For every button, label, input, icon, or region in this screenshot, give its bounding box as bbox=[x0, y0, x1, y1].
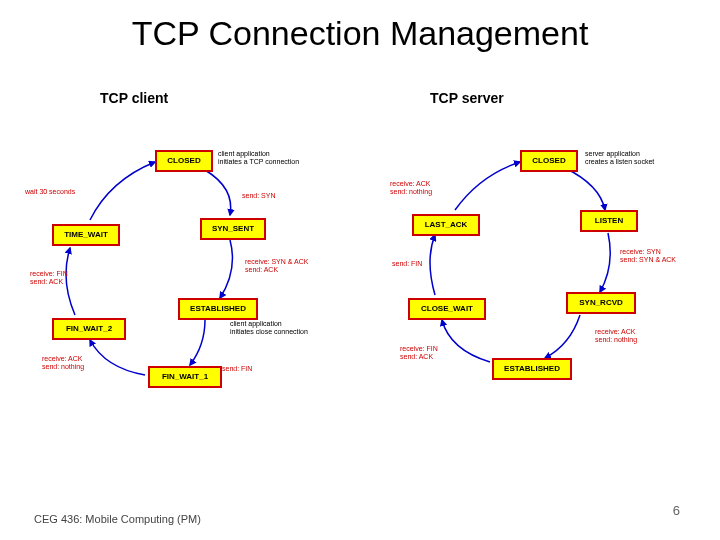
state-client-time-wait: TIME_WAIT bbox=[52, 224, 120, 246]
state-server-close-wait: CLOSE_WAIT bbox=[408, 298, 486, 320]
state-server-closed: CLOSED bbox=[520, 150, 578, 172]
state-client-fin-wait-2: FIN_WAIT_2 bbox=[52, 318, 126, 340]
state-server-established: ESTABLISHED bbox=[492, 358, 572, 380]
label-client-recv-fin: receive: FIN send: ACK bbox=[30, 270, 68, 285]
page-number: 6 bbox=[673, 503, 680, 518]
label-server-recv-ack-close: receive: ACK send: nothing bbox=[390, 180, 432, 195]
label-server-recv-ack-est: receive: ACK send: nothing bbox=[595, 328, 637, 343]
label-client-recv-synack: receive: SYN & ACK send: ACK bbox=[245, 258, 308, 273]
label-client-close: client application initiates close conne… bbox=[230, 320, 340, 335]
state-client-fin-wait-1: FIN_WAIT_1 bbox=[148, 366, 222, 388]
server-heading: TCP server bbox=[430, 90, 504, 106]
label-server-send-fin: send: FIN bbox=[392, 260, 422, 268]
footer-course: CEG 436: Mobile Computing (PM) bbox=[34, 513, 201, 526]
label-server-recv-syn: receive: SYN send: SYN & ACK bbox=[620, 248, 676, 263]
label-server-recv-fin: receive: FIN send: ACK bbox=[400, 345, 438, 360]
server-diagram: CLOSED LISTEN SYN_RCVD ESTABLISHED CLOSE… bbox=[380, 140, 710, 430]
client-diagram: CLOSED SYN_SENT ESTABLISHED FIN_WAIT_1 F… bbox=[30, 140, 350, 430]
label-server-create: server application creates a listen sock… bbox=[585, 150, 695, 165]
label-client-wait30: wait 30 seconds bbox=[25, 188, 75, 196]
state-client-syn-sent: SYN_SENT bbox=[200, 218, 266, 240]
state-server-syn-rcvd: SYN_RCVD bbox=[566, 292, 636, 314]
client-heading: TCP client bbox=[100, 90, 168, 106]
state-client-closed: CLOSED bbox=[155, 150, 213, 172]
state-server-last-ack: LAST_ACK bbox=[412, 214, 480, 236]
label-client-recv-ack: receive: ACK send: nothing bbox=[42, 355, 84, 370]
slide-title: TCP Connection Management bbox=[0, 14, 720, 53]
state-server-listen: LISTEN bbox=[580, 210, 638, 232]
label-client-start: client application initiates a TCP conne… bbox=[218, 150, 328, 165]
label-client-send-fin: send: FIN bbox=[222, 365, 252, 373]
label-client-send-syn: send: SYN bbox=[242, 192, 275, 200]
state-client-established: ESTABLISHED bbox=[178, 298, 258, 320]
